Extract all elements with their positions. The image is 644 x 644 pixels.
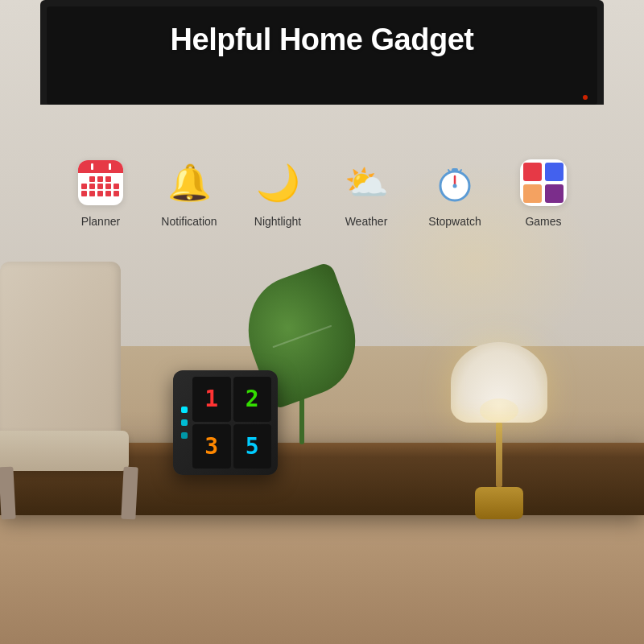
icons-row: Planner 🔔 Notification 🌙 Nightlight ⛅ We… bbox=[0, 157, 644, 228]
chair-back bbox=[0, 262, 121, 439]
weather-label: Weather bbox=[345, 215, 388, 228]
gadget-dot-1 bbox=[181, 407, 188, 413]
lamp-neck bbox=[496, 423, 502, 487]
weather-icon: ⛅ bbox=[341, 157, 392, 208]
gadget-digit-3: 3 bbox=[192, 424, 231, 469]
planner-icon bbox=[75, 157, 126, 208]
gadget-side-dots bbox=[180, 377, 189, 469]
plant-stem bbox=[299, 396, 304, 444]
chair bbox=[0, 262, 161, 519]
floor bbox=[0, 515, 644, 644]
chair-leg-right bbox=[121, 467, 138, 520]
gadget-dot-2 bbox=[181, 419, 188, 426]
icon-item-nightlight: 🌙 Nightlight bbox=[233, 157, 322, 228]
notification-icon: 🔔 bbox=[163, 157, 215, 208]
stopwatch-icon bbox=[429, 157, 481, 208]
chair-seat bbox=[0, 431, 129, 471]
notification-label: Notification bbox=[161, 215, 217, 228]
gadget-dot-3 bbox=[181, 432, 188, 439]
games-icon bbox=[518, 157, 569, 208]
gadget-screen: 1 2 3 5 bbox=[192, 377, 271, 469]
gadget-digit-4: 5 bbox=[233, 424, 272, 469]
stopwatch-label: Stopwatch bbox=[428, 215, 481, 228]
icon-item-stopwatch: Stopwatch bbox=[411, 157, 499, 228]
nightlight-icon: 🌙 bbox=[252, 157, 303, 208]
tv-led bbox=[583, 95, 588, 100]
games-label: Games bbox=[525, 215, 561, 228]
icon-item-planner: Planner bbox=[56, 157, 145, 228]
icon-item-games: Games bbox=[499, 157, 588, 228]
chair-leg-left bbox=[0, 467, 16, 520]
scene: Helpful Home Gadget bbox=[0, 0, 644, 644]
nightlight-label: Nightlight bbox=[254, 215, 301, 228]
lamp-shade bbox=[451, 342, 547, 423]
gadget-digit-2: 2 bbox=[233, 377, 272, 422]
gadget-digit-1: 1 bbox=[192, 377, 231, 422]
lamp bbox=[451, 342, 547, 519]
icon-item-notification: 🔔 Notification bbox=[145, 157, 233, 228]
svg-point-4 bbox=[453, 184, 457, 188]
page-title: Helpful Home Gadget bbox=[0, 23, 644, 57]
gadget-device: 1 2 3 5 bbox=[173, 370, 278, 475]
lamp-base bbox=[475, 487, 523, 519]
planner-label: Planner bbox=[81, 215, 120, 228]
icon-item-weather: ⛅ Weather bbox=[322, 157, 411, 228]
